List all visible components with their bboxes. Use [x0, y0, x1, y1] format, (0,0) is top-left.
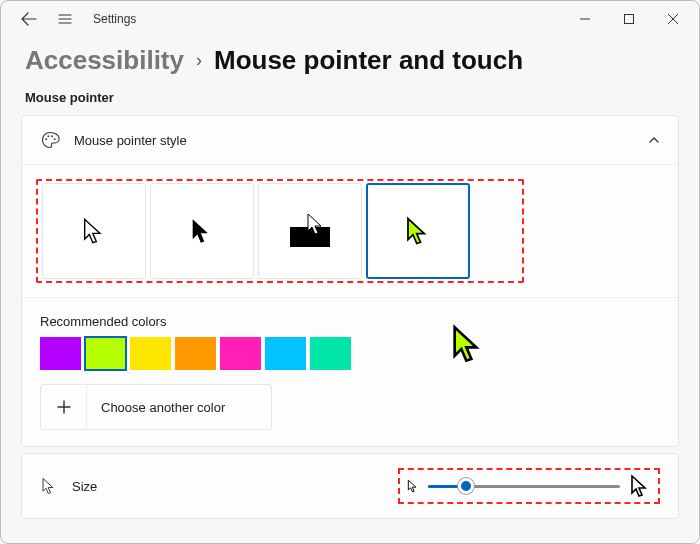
cursor-white-icon: [80, 217, 108, 245]
color-swatches: [40, 337, 660, 370]
back-button[interactable]: [13, 3, 45, 35]
cursor-custom-icon: [403, 216, 433, 246]
pointer-style-label: Mouse pointer style: [74, 133, 187, 148]
nav-menu-button[interactable]: [49, 3, 81, 35]
svg-point-4: [54, 138, 56, 140]
breadcrumb-separator-icon: ›: [196, 50, 202, 71]
size-row: Size: [22, 454, 678, 518]
color-swatch-0[interactable]: [40, 337, 81, 370]
minimize-icon: [580, 14, 590, 24]
maximize-icon: [624, 14, 634, 24]
pointer-style-card: Mouse pointer style: [21, 115, 679, 447]
cursor-inverted-icon: [282, 211, 338, 251]
settings-window: Settings Accessibility › Mouse pointer a…: [0, 0, 700, 544]
color-swatch-2[interactable]: [130, 337, 171, 370]
recommended-colors-block: Recommended colors Choose another color: [22, 298, 678, 446]
svg-point-1: [45, 138, 47, 140]
arrow-left-icon: [21, 11, 37, 27]
svg-point-3: [51, 135, 53, 137]
pointer-style-option-inverted[interactable]: [258, 183, 362, 279]
pointer-style-option-white[interactable]: [42, 183, 146, 279]
annotation-box-styles: [36, 179, 524, 283]
titlebar-left: Settings: [5, 3, 136, 35]
cursor-small-icon: [406, 479, 420, 493]
color-swatch-6[interactable]: [310, 337, 351, 370]
color-swatch-1[interactable]: [85, 337, 126, 370]
cursor-outline-icon: [40, 477, 58, 495]
color-swatch-4[interactable]: [220, 337, 261, 370]
pointer-style-header[interactable]: Mouse pointer style: [22, 116, 678, 164]
close-button[interactable]: [651, 3, 695, 35]
pointer-style-option-custom[interactable]: [366, 183, 470, 279]
breadcrumb: Accessibility › Mouse pointer and touch: [1, 37, 699, 90]
svg-rect-5: [290, 227, 330, 247]
maximize-button[interactable]: [607, 3, 651, 35]
pointer-style-option-black[interactable]: [150, 183, 254, 279]
app-title: Settings: [93, 12, 136, 26]
cursor-black-icon: [188, 217, 216, 245]
titlebar: Settings: [1, 1, 699, 37]
plus-icon: [41, 384, 87, 430]
slider-thumb[interactable]: [458, 478, 474, 494]
palette-icon: [40, 130, 60, 150]
breadcrumb-current: Mouse pointer and touch: [214, 45, 523, 76]
recommended-colors-title: Recommended colors: [40, 314, 660, 329]
chevron-up-icon: [648, 134, 660, 146]
size-label: Size: [72, 479, 97, 494]
minimize-button[interactable]: [563, 3, 607, 35]
hamburger-icon: [57, 11, 73, 27]
section-heading: Mouse pointer: [1, 90, 699, 115]
pointer-style-options-row: [22, 165, 678, 297]
svg-point-2: [47, 135, 49, 137]
size-card: Size: [21, 453, 679, 519]
breadcrumb-parent[interactable]: Accessibility: [25, 45, 184, 76]
color-swatch-3[interactable]: [175, 337, 216, 370]
cursor-large-icon: [628, 474, 652, 498]
cursor-preview-icon: [448, 324, 488, 364]
svg-rect-0: [625, 15, 634, 24]
color-swatch-5[interactable]: [265, 337, 306, 370]
size-slider[interactable]: [428, 476, 620, 496]
choose-another-color-button[interactable]: Choose another color: [40, 384, 272, 430]
close-icon: [668, 14, 678, 24]
annotation-box-slider: [398, 468, 660, 504]
choose-another-color-label: Choose another color: [101, 400, 225, 415]
